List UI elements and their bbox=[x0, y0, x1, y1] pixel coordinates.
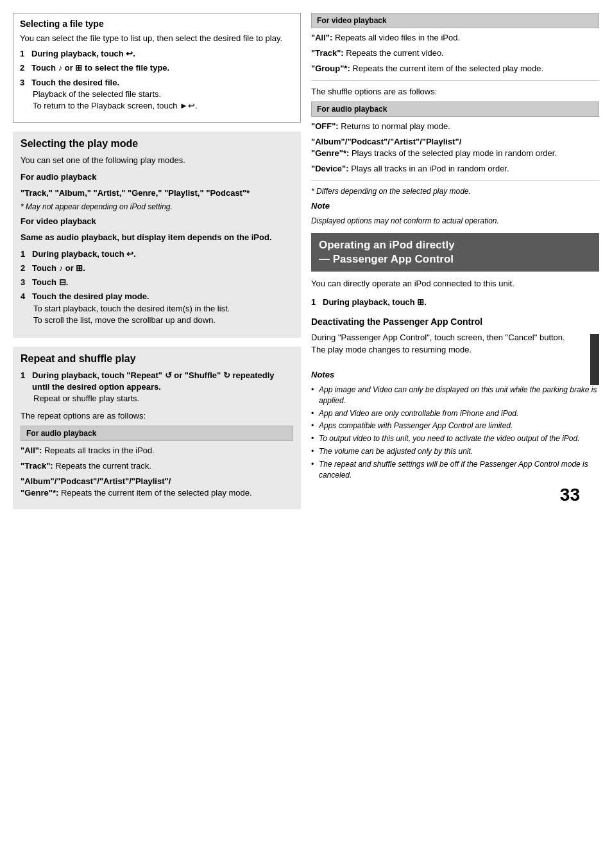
deactivate-text: During "Passenger App Control", touch sc… bbox=[311, 332, 599, 355]
divider-2 bbox=[311, 180, 599, 181]
section-repeat: Repeat and shuffle play 1 During playbac… bbox=[13, 347, 301, 510]
play-mode-step-3: 3 Touch ⊟. bbox=[21, 277, 293, 288]
play-mode-intro: You can set one of the following play mo… bbox=[21, 155, 293, 166]
section-play-mode: Selecting the play mode You can set one … bbox=[13, 132, 301, 338]
file-type-intro: You can select the file type to list up,… bbox=[20, 33, 294, 44]
note-2: App and Video are only controllable from… bbox=[311, 408, 599, 419]
play-mode-steps: 1 During playback, touch ↩. 2 Touch ♪ or… bbox=[21, 248, 293, 326]
video-repeat-all: "All": Repeats all video files in the iP… bbox=[311, 32, 599, 44]
play-mode-audio-heading: For audio playback bbox=[21, 171, 293, 183]
play-mode-video-heading: For video playback bbox=[21, 216, 293, 227]
play-mode-step-1: 1 During playback, touch ↩. bbox=[21, 248, 293, 260]
passenger-app-intro: You can directly operate an iPod connect… bbox=[311, 278, 599, 290]
passenger-app-steps: 1 During playback, touch ⊞. bbox=[311, 297, 599, 308]
page-number: 33 bbox=[560, 485, 580, 505]
passenger-notes: App image and Video can only be displaye… bbox=[311, 385, 599, 480]
note-text: Displayed options may not conform to act… bbox=[311, 216, 599, 227]
note-3: Apps compatible with Passenger App Contr… bbox=[311, 421, 599, 431]
play-mode-audio-text: "Track," "Album," "Artist," "Genre," "Pl… bbox=[21, 187, 293, 199]
play-mode-audio-note: * May not appear depending on iPod setti… bbox=[21, 202, 293, 213]
note-1: App image and Video can only be displaye… bbox=[311, 385, 599, 406]
asterisk-note: * Differs depending on the selected play… bbox=[311, 186, 599, 197]
video-repeat-group: "Group"*: Repeats the current item of th… bbox=[311, 63, 599, 74]
shuffle-off: "OFF": Returns to normal play mode. bbox=[311, 121, 599, 132]
file-type-step-2: 2 Touch ♪ or ⊞ to select the file type. bbox=[20, 62, 294, 74]
repeat-steps: 1 During playback, touch "Repeat" ↺ or "… bbox=[21, 370, 293, 405]
note-5: The volume can be adjusted only by this … bbox=[311, 446, 599, 457]
video-repeat-track: "Track": Repeats the current video. bbox=[311, 48, 599, 59]
repeat-all: "All": Repeats all tracks in the iPod. bbox=[21, 445, 293, 456]
shuffle-album: "Album"/"Podcast"/"Artist"/"Playlist"/"G… bbox=[311, 136, 599, 159]
section-video-repeat: For video playback "All": Repeats all vi… bbox=[311, 13, 599, 227]
play-mode-step-2: 2 Touch ♪ or ⊞. bbox=[21, 263, 293, 274]
note-heading: Note bbox=[311, 200, 599, 212]
page-marker bbox=[590, 334, 599, 385]
audio-shuffle-banner: For audio playback bbox=[311, 101, 599, 117]
file-type-step-1: 1 During playback, touch ↩. bbox=[20, 48, 294, 60]
notes-heading: Notes bbox=[311, 369, 599, 381]
deactivate-section: Deactivating the Passenger App Control D… bbox=[311, 316, 599, 356]
file-type-steps: 1 During playback, touch ↩. 2 Touch ♪ or… bbox=[20, 48, 294, 112]
shuffle-intro: The shuffle options are as follows: bbox=[311, 86, 599, 98]
passenger-step-1: 1 During playback, touch ⊞. bbox=[311, 297, 599, 308]
note-4: To output video to this unit, you need t… bbox=[311, 433, 599, 444]
note-6: The repeat and shuffle settings will be … bbox=[311, 459, 599, 481]
play-mode-heading: Selecting the play mode bbox=[21, 138, 293, 150]
repeat-heading: Repeat and shuffle play bbox=[21, 353, 293, 365]
deactivate-heading: Deactivating the Passenger App Control bbox=[311, 316, 599, 329]
file-type-step-3: 3 Touch the desired file. Playback of th… bbox=[20, 77, 294, 112]
repeat-step-1: 1 During playback, touch "Repeat" ↺ or "… bbox=[21, 370, 293, 405]
file-type-heading: Selecting a file type bbox=[20, 19, 294, 29]
audio-playback-banner: For audio playback bbox=[21, 426, 293, 441]
video-playback-banner: For video playback bbox=[311, 13, 599, 28]
repeat-intro: The repeat options are as follows: bbox=[21, 410, 293, 422]
repeat-track: "Track": Repeats the current track. bbox=[21, 460, 293, 472]
play-mode-step-4: 4 Touch the desired play mode. To start … bbox=[21, 291, 293, 326]
divider-1 bbox=[311, 80, 599, 81]
passenger-app-heading: Operating an iPod directly — Passenger A… bbox=[311, 233, 599, 272]
section-passenger-app: Operating an iPod directly — Passenger A… bbox=[311, 233, 599, 480]
section-file-type: Selecting a file type You can select the… bbox=[13, 13, 301, 123]
repeat-album: "Album"/"Podcast"/"Artist"/"Playlist"/"G… bbox=[21, 476, 293, 499]
shuffle-device: "Device": Plays all tracks in an iPod in… bbox=[311, 163, 599, 175]
play-mode-video-text: Same as audio playback, but display item… bbox=[21, 232, 293, 243]
